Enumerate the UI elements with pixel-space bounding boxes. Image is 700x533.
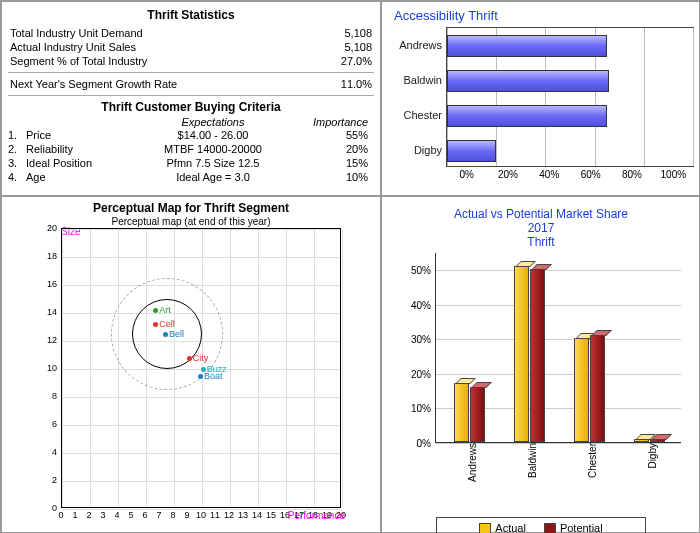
stat-row: Total Industry Unit Demand 5,108 xyxy=(8,26,374,40)
accessibility-bar xyxy=(447,70,609,92)
market-bar-potential xyxy=(650,439,665,442)
accessibility-plot xyxy=(446,27,694,167)
stat-value: 27.0% xyxy=(341,54,372,68)
criteria-header: Expectations Importance xyxy=(8,116,374,128)
market-x-labels: AndrewsBaldwinChesterDigby xyxy=(435,443,681,463)
accessibility-bar xyxy=(447,140,496,162)
pmap-plot: ArtCellBellCityBuzzBoat xyxy=(61,228,341,508)
stat-label: Actual Industry Unit Sales xyxy=(10,40,136,54)
market-bar-potential xyxy=(590,335,605,442)
criteria-row: 1. Price $14.00 - 26.00 55% xyxy=(8,128,374,142)
criteria-title: Thrift Customer Buying Criteria xyxy=(8,100,374,114)
accessibility-title: Accessibility Thrift xyxy=(388,6,694,27)
pmap-product-point: Cell xyxy=(153,319,175,329)
market-bar-potential xyxy=(470,387,485,442)
pmap-title: Perceptual Map for Thrift Segment xyxy=(8,201,374,215)
market-plot xyxy=(435,253,681,443)
market-legend: Actual Potential xyxy=(436,517,646,533)
accessibility-y-labels: Andrews Baldwin Chester Digby xyxy=(388,27,446,167)
pmap-product-point: Art xyxy=(153,305,171,315)
accessibility-bar xyxy=(447,105,607,127)
stat-label: Segment % of Total Industry xyxy=(10,54,147,68)
criteria-row: 3. Ideal Position Pfmn 7.5 Size 12.5 15% xyxy=(8,156,374,170)
market-share-chart: Actual vs Potential Market Share 2017 Th… xyxy=(381,196,700,533)
perceptual-map: Perceptual Map for Thrift Segment Percep… xyxy=(1,196,381,533)
pmap-product-point: Boat xyxy=(198,371,223,381)
criteria-col-importance: Importance xyxy=(288,116,368,128)
pmap-y-ticks: 02468101214161820 xyxy=(31,228,59,508)
pmap-product-point: City xyxy=(187,353,209,363)
stat-label: Total Industry Unit Demand xyxy=(10,26,143,40)
pmap-product-point: Bell xyxy=(163,329,184,339)
stats-title: Thrift Statistics xyxy=(8,8,374,22)
market-bar-actual xyxy=(634,439,649,442)
market-bar-actual xyxy=(574,338,589,442)
criteria-row: 4. Age Ideal Age = 3.0 10% xyxy=(8,170,374,184)
accessibility-bar xyxy=(447,35,607,57)
stat-value: 5,108 xyxy=(344,26,372,40)
accessibility-x-axis: 0%20%40%60%80%100% xyxy=(446,169,694,180)
stats-panel: Thrift Statistics Total Industry Unit De… xyxy=(1,1,381,196)
market-title: Actual vs Potential Market Share 2017 Th… xyxy=(388,201,694,253)
stat-row: Next Year's Segment Growth Rate 11.0% xyxy=(8,77,374,91)
market-bar-potential xyxy=(530,269,545,442)
stat-label: Next Year's Segment Growth Rate xyxy=(10,77,177,91)
stat-value: 5,108 xyxy=(344,40,372,54)
pmap-x-label: Performance xyxy=(288,510,345,521)
criteria-row: 2. Reliability MTBF 14000-20000 20% xyxy=(8,142,374,156)
market-bar-actual xyxy=(454,383,469,442)
accessibility-chart: Accessibility Thrift Andrews Baldwin Che… xyxy=(381,1,700,196)
market-bar-actual xyxy=(514,266,529,442)
stat-row: Actual Industry Unit Sales 5,108 xyxy=(8,40,374,54)
criteria-col-expectations: Expectations xyxy=(138,116,288,128)
stat-value: 11.0% xyxy=(341,77,372,91)
stat-row: Segment % of Total Industry 27.0% xyxy=(8,54,374,68)
